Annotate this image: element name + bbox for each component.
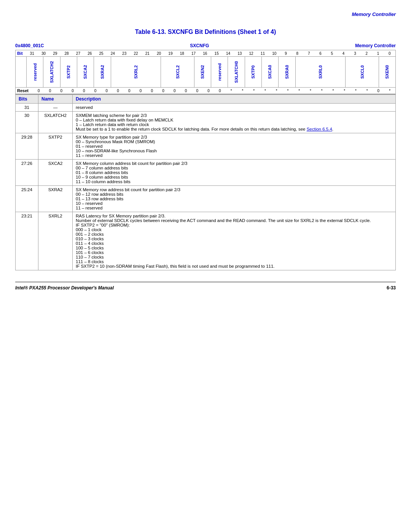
reset-value: 0: [56, 89, 67, 93]
table-row: 27:26SXCA2SX Memory column address bit c…: [16, 160, 396, 186]
field-label: SXEN0: [385, 65, 389, 79]
page-header: Memory Controller: [15, 8, 396, 17]
field-cell: SXRL2: [111, 57, 161, 87]
bit-number: 28: [61, 51, 72, 56]
desc-table: Bits Name Description 31—reserved30SXLAT…: [15, 94, 396, 270]
reset-value: 0: [214, 89, 226, 93]
reset-value: *: [271, 89, 282, 93]
bit-number: 24: [107, 51, 118, 56]
bit-number: 10: [269, 51, 280, 56]
bit-numbers-row: Bit 313029282726252423222120191817161514…: [16, 50, 395, 57]
field-label: SXLATCH0: [234, 61, 239, 83]
bit-number: 30: [38, 51, 49, 56]
table-row: 29:28SXTP2SX Memory type for partition p…: [16, 133, 396, 160]
reset-value: 0: [101, 89, 113, 93]
bit-number: 13: [234, 51, 245, 56]
reset-value: *: [384, 89, 395, 93]
bit-number: 0: [384, 51, 395, 56]
row-bits: 29:28: [16, 133, 38, 160]
bit-number: 27: [72, 51, 84, 56]
reset-value: *: [328, 89, 339, 93]
field-label: SXRA2: [100, 65, 105, 79]
row-description: SXMEM latching scheme for pair 2/30 – La…: [73, 112, 396, 133]
bit-number: 9: [280, 51, 292, 56]
reset-value: 0: [180, 89, 192, 93]
bit-number: 26: [84, 51, 96, 56]
field-label: SXLATCH2: [49, 61, 54, 83]
reset-row: Reset 00000000000000000*************0*: [16, 88, 395, 94]
reset-value: 0: [192, 89, 203, 93]
row-name: SXRL2: [38, 212, 73, 270]
bit-number: 12: [245, 51, 257, 56]
bit-number: 11: [257, 51, 268, 56]
reset-value: 0: [169, 89, 180, 93]
table-row: 31—reserved: [16, 104, 396, 112]
header-title: Memory Controller: [352, 11, 396, 17]
field-cell: SXLATCH2: [43, 57, 60, 87]
row-bits: 25:24: [16, 186, 38, 212]
field-cell: SXLATCH0: [228, 57, 245, 87]
table-row: 23:21SXRL2RAS Latency for SX Memory part…: [16, 212, 396, 270]
reset-value: 0: [33, 89, 45, 93]
field-label: SXCA2: [83, 65, 88, 79]
bit-number: 16: [199, 51, 211, 56]
field-cell: reserved: [211, 57, 228, 87]
field-label: SXCL0: [360, 65, 364, 78]
col-name: Name: [38, 95, 73, 104]
section-link[interactable]: Section 6.5.4: [307, 127, 332, 131]
row-description: RAS Latency for SX Memory partition pair…: [73, 212, 396, 270]
reg-addr: 0x4800_001C: [15, 43, 44, 48]
field-label: reserved: [217, 63, 222, 81]
reset-value: 0: [45, 89, 56, 93]
bit-number: 19: [165, 51, 176, 56]
register-info: 0x4800_001C SXCNFG Memory Controller: [15, 43, 396, 48]
footer-right: 6-33: [387, 285, 396, 291]
bit-number: 4: [338, 51, 349, 56]
field-label: SXRL2: [134, 65, 138, 78]
reset-value: *: [260, 89, 271, 93]
row-name: SXCA2: [38, 160, 73, 186]
bit-number: 7: [303, 51, 315, 56]
row-bits: 23:21: [16, 212, 38, 270]
reset-value: *: [339, 89, 350, 93]
reset-value: 0: [124, 89, 135, 93]
reset-value: *: [282, 89, 294, 93]
row-name: —: [38, 104, 73, 112]
reset-value: *: [316, 89, 328, 93]
field-cell: SXRL0: [296, 57, 346, 87]
reset-value: 0: [135, 89, 147, 93]
reset-value: *: [305, 89, 316, 93]
bit-number: 21: [142, 51, 153, 56]
field-cell: reserved: [27, 57, 43, 87]
field-label: SXCA0: [268, 65, 272, 79]
row-bits: 27:26: [16, 160, 38, 186]
row-description: reserved: [73, 104, 396, 112]
bit-table-wrapper: Bit 313029282726252423222120191817161514…: [15, 50, 396, 94]
bit-number: 8: [292, 51, 303, 56]
field-label: SXCL2: [175, 65, 180, 78]
field-cell: SXRA0: [279, 57, 295, 87]
reset-value: *: [350, 89, 362, 93]
bit-number: 29: [49, 51, 61, 56]
field-cell: SXRA2: [94, 57, 111, 87]
field-label: SXRL0: [318, 65, 323, 78]
field-label: SXRA0: [285, 65, 289, 79]
reset-label: Reset: [16, 88, 33, 93]
reset-values: 00000000000000000*************0*: [33, 89, 395, 93]
bit-number: 18: [176, 51, 188, 56]
reset-value: *: [248, 89, 260, 93]
reset-value: 0: [203, 89, 214, 93]
bit-label: Bit: [16, 51, 26, 56]
bit-number: 25: [96, 51, 107, 56]
reset-value: *: [293, 89, 305, 93]
fields-container: reservedSXLATCH2SXTP2SXCA2SXRA2SXRL2SXCL…: [26, 57, 395, 87]
row-bits: 30: [16, 112, 38, 133]
col-bits: Bits: [16, 95, 38, 104]
field-cell: SXEN0: [379, 57, 395, 87]
row-name: SXRA2: [38, 186, 73, 212]
reg-ctrl: Memory Controller: [355, 43, 396, 48]
bit-numbers: 3130292827262524232221201918171615141312…: [26, 51, 395, 56]
field-cell: SXCL0: [346, 57, 379, 87]
reset-value: 0: [147, 89, 158, 93]
field-cell: SXCA0: [262, 57, 279, 87]
